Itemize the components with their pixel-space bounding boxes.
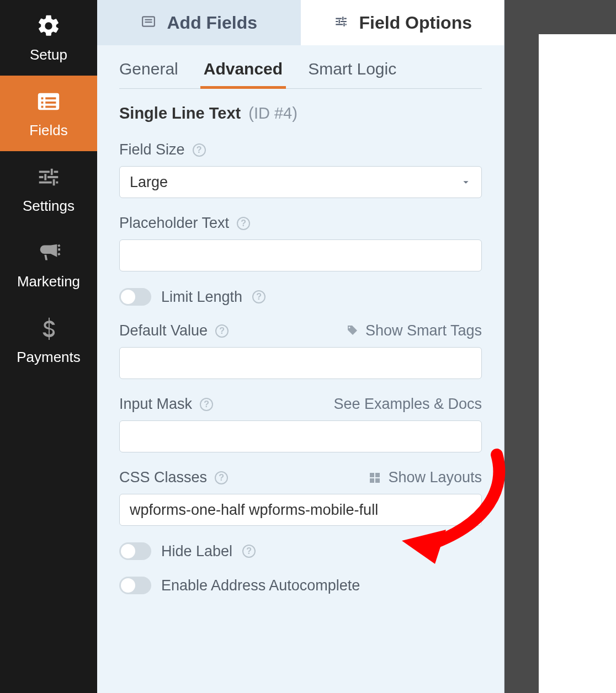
sub-tabs: General Advanced Smart Logic	[97, 45, 504, 89]
placeholder-text-label: Placeholder Text	[119, 215, 229, 232]
svg-rect-3	[41, 102, 44, 104]
tag-icon	[346, 324, 359, 338]
limit-length-label: Limit Length	[161, 289, 242, 306]
sidebar-item-label: Settings	[23, 198, 75, 215]
show-layouts-link[interactable]: Show Layouts	[368, 469, 482, 486]
svg-rect-13	[375, 478, 380, 483]
section-id: (ID #4)	[248, 104, 298, 122]
sidebar-item-label: Fields	[29, 122, 67, 139]
main-area: Add Fields Field Options General Advance…	[97, 0, 616, 693]
input-mask-label: Input Mask	[119, 396, 192, 413]
address-autocomplete-label: Enable Address Autocomplete	[161, 577, 360, 594]
group-input-mask: Input Mask ? See Examples & Docs	[119, 396, 482, 452]
bullhorn-icon	[34, 240, 63, 268]
svg-rect-12	[370, 478, 374, 483]
top-tabs: Add Fields Field Options	[97, 0, 504, 45]
sliders-icon	[34, 164, 63, 192]
sidebar-item-fields[interactable]: Fields	[0, 76, 97, 151]
group-default-value: Default Value ? Show Smart Tags	[119, 322, 482, 379]
css-classes-input[interactable]	[119, 494, 482, 526]
tab-label: Field Options	[359, 13, 472, 33]
examples-docs-link[interactable]: See Examples & Docs	[333, 396, 482, 413]
group-field-size: Field Size ? Large	[119, 141, 482, 198]
input-mask-input[interactable]	[119, 420, 482, 452]
tab-label: Add Fields	[167, 13, 257, 33]
gear-icon	[34, 13, 63, 41]
svg-rect-11	[375, 473, 380, 477]
sidebar-item-payments[interactable]: Payments	[0, 302, 97, 378]
link-label: Show Smart Tags	[365, 322, 482, 339]
sidebar: Setup Fields Settings Marketing Payments	[0, 0, 97, 693]
preview-area	[505, 0, 616, 693]
svg-rect-6	[45, 106, 56, 108]
show-smart-tags-link[interactable]: Show Smart Tags	[346, 322, 482, 339]
group-address-autocomplete: Enable Address Autocomplete	[119, 577, 482, 594]
options-content: Single Line Text (ID #4) Field Size ? La…	[97, 89, 504, 611]
sub-tab-advanced[interactable]: Advanced	[204, 60, 283, 88]
options-panel: Add Fields Field Options General Advance…	[97, 0, 505, 693]
link-label: Show Layouts	[388, 469, 482, 486]
sub-tab-general[interactable]: General	[119, 60, 178, 88]
help-icon[interactable]: ?	[200, 398, 213, 411]
hide-label-label: Hide Label	[161, 543, 232, 560]
sidebar-item-label: Marketing	[17, 273, 80, 290]
link-label: See Examples & Docs	[333, 396, 482, 413]
sidebar-item-setup[interactable]: Setup	[0, 0, 97, 76]
tab-add-fields[interactable]: Add Fields	[97, 0, 301, 45]
group-hide-label: Hide Label ?	[119, 542, 482, 560]
svg-rect-4	[45, 102, 56, 104]
svg-rect-5	[41, 106, 44, 108]
address-autocomplete-toggle[interactable]	[119, 577, 151, 594]
help-icon[interactable]: ?	[237, 217, 250, 230]
sidebar-item-label: Setup	[30, 46, 67, 63]
help-icon[interactable]: ?	[193, 143, 206, 157]
group-placeholder-text: Placeholder Text ?	[119, 215, 482, 271]
placeholder-text-input[interactable]	[119, 239, 482, 271]
sub-tab-smart-logic[interactable]: Smart Logic	[308, 60, 396, 88]
app-root: Setup Fields Settings Marketing Payments…	[0, 0, 616, 693]
svg-rect-1	[41, 97, 44, 99]
group-limit-length: Limit Length ?	[119, 288, 482, 306]
dollar-icon	[34, 316, 63, 343]
limit-length-toggle[interactable]	[119, 288, 151, 306]
default-value-input[interactable]	[119, 347, 482, 379]
field-size-select[interactable]: Large	[119, 166, 482, 198]
sidebar-item-marketing[interactable]: Marketing	[0, 227, 97, 302]
list-icon	[34, 89, 63, 116]
hide-label-toggle[interactable]	[119, 542, 151, 560]
sliders-icon	[333, 13, 349, 33]
default-value-label: Default Value	[119, 322, 208, 339]
help-icon[interactable]: ?	[215, 471, 228, 484]
section-title: Single Line Text (ID #4)	[119, 104, 482, 122]
group-css-classes: CSS Classes ? Show Layouts	[119, 469, 482, 526]
svg-rect-10	[370, 473, 374, 477]
field-size-label: Field Size	[119, 141, 185, 158]
form-icon	[140, 13, 157, 33]
sidebar-item-settings[interactable]: Settings	[0, 151, 97, 227]
help-icon[interactable]: ?	[215, 324, 229, 338]
section-title-text: Single Line Text	[119, 104, 241, 122]
css-classes-label: CSS Classes	[119, 469, 207, 486]
help-icon[interactable]: ?	[252, 290, 265, 303]
grid-icon	[368, 471, 381, 484]
help-icon[interactable]: ?	[242, 545, 256, 558]
svg-rect-2	[45, 97, 56, 99]
preview-card	[539, 34, 616, 693]
tab-field-options[interactable]: Field Options	[301, 0, 505, 45]
sidebar-item-label: Payments	[17, 349, 81, 366]
